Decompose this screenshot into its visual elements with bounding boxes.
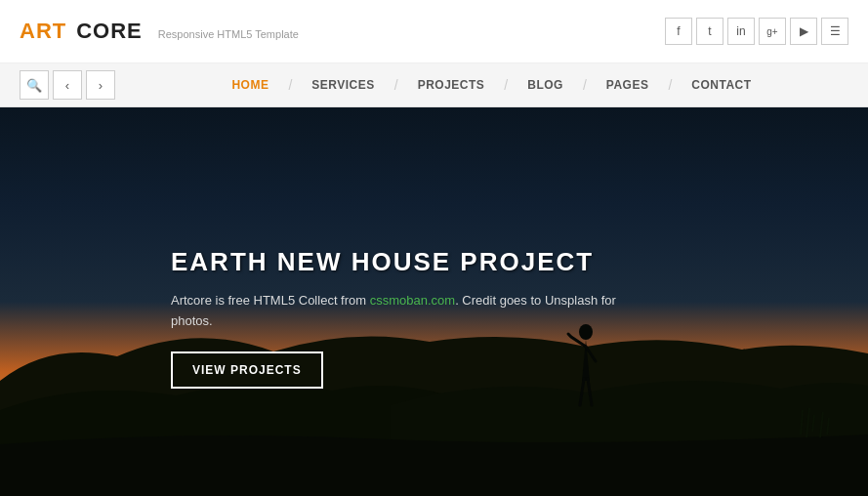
hero-description: Artcore is free HTML5 Collect from cssmo… [171,291,640,332]
hero-title: EARTH NEW HOUSE PROJECT [171,247,640,277]
site-header: ARTCORE Responsive HTML5 Template f t in… [0,0,868,63]
rss-icon[interactable]: ☰ [821,18,848,45]
main-navbar: 🔍 ‹ › HOME / SERVICES / PROJECTS / BLOG … [0,63,868,107]
logo-core: CORE [76,19,143,44]
googleplus-icon[interactable]: g+ [759,18,786,45]
twitter-icon[interactable]: t [696,18,723,45]
view-projects-button[interactable]: VIEW PROJECTS [171,351,323,389]
search-button[interactable]: 🔍 [20,70,49,100]
nav-projects[interactable]: PROJECTS [398,78,505,92]
prev-button[interactable]: ‹ [53,70,82,100]
hero-content: EARTH NEW HOUSE PROJECT Artcore is free … [171,247,640,389]
social-icons-group: f t in g+ ▶ ☰ [665,18,848,45]
nav-links-group: HOME / SERVICES / PROJECTS / BLOG / PAGE… [135,77,848,93]
logo-art: ART [20,19,66,44]
youtube-icon[interactable]: ▶ [790,18,817,45]
nav-contact[interactable]: CONTACT [672,78,770,92]
logo-tagline: Responsive HTML5 Template [158,28,299,40]
facebook-icon[interactable]: f [665,18,692,45]
next-button[interactable]: › [86,70,115,100]
nav-controls: 🔍 ‹ › [20,70,115,100]
hero-link[interactable]: cssmoban.com [370,293,455,308]
nav-pages[interactable]: PAGES [587,78,669,92]
nav-home[interactable]: HOME [212,78,288,92]
hero-section: EARTH NEW HOUSE PROJECT Artcore is free … [0,107,868,496]
logo-area: ARTCORE Responsive HTML5 Template [20,19,299,44]
linkedin-icon[interactable]: in [727,18,755,45]
hero-desc-prefix: Artcore is free HTML5 Collect from [171,293,370,308]
nav-blog[interactable]: BLOG [508,78,583,92]
nav-services[interactable]: SERVICES [292,78,393,92]
